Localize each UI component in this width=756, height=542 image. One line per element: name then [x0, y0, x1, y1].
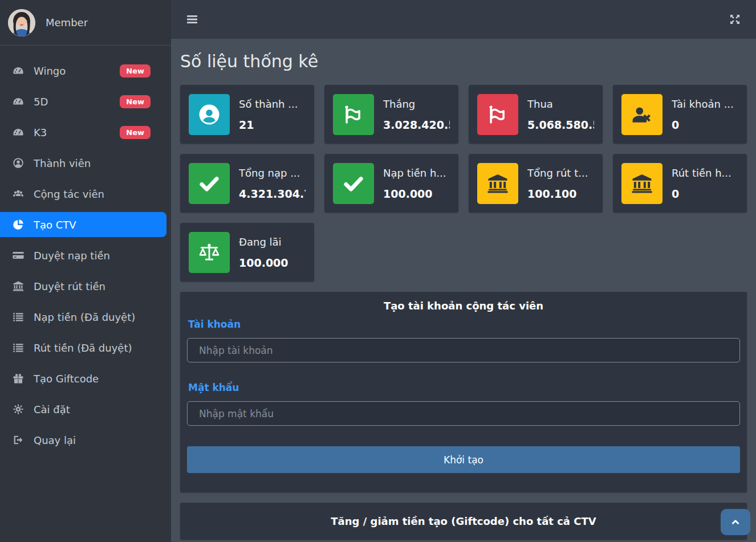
- stat-value: 21: [239, 119, 298, 131]
- sign-out-icon: [11, 433, 25, 447]
- check-icon: [189, 163, 230, 204]
- check-icon: [333, 163, 374, 204]
- gift-icon: [11, 372, 25, 385]
- flag-icon: [477, 94, 518, 135]
- stat-label: Nạp tiền h...: [383, 167, 446, 179]
- balance-scale-icon: [189, 232, 230, 273]
- stat-card-lose: Thua5.068.580.580: [469, 85, 603, 144]
- sidebar-item-label: Cộng tác viên: [34, 188, 104, 200]
- sidebar-item-label: Tạo CTV: [34, 219, 76, 231]
- sidebar-item-label: Duyệt rút tiền: [34, 280, 105, 292]
- woman-portrait-avatar: [8, 9, 35, 36]
- stat-label: Tổng nạp ...: [239, 167, 306, 179]
- create-ctv-title: Tạo tài khoản cộng tác viên: [187, 300, 740, 312]
- account-input[interactable]: [187, 338, 740, 362]
- sidebar-item-5d[interactable]: 5D New: [0, 89, 166, 114]
- user-x-icon: [621, 94, 662, 135]
- sidebar-nav: Wingo New 5D New K3 New Thành viên: [0, 46, 171, 458]
- pie-chart-icon: [11, 218, 25, 231]
- stat-card-withdraw-today: Rút tiền h...0: [613, 154, 747, 213]
- sidebar-item-nap-tien-da-duyet[interactable]: Nạp tiền (Đã duyệt): [0, 304, 166, 329]
- bank-icon: [477, 163, 518, 204]
- gauge-icon: [11, 95, 25, 108]
- stat-card-locked-accounts: Tài khoản ...0: [613, 85, 747, 144]
- sidebar-item-label: Quay lại: [34, 434, 76, 446]
- stat-value: 3.028.420.500: [383, 119, 450, 131]
- sidebar: Member Wingo New 5D New K3 New: [0, 0, 171, 542]
- sidebar-item-cai-dat[interactable]: Cài đặt: [0, 397, 166, 422]
- scroll-to-top-button[interactable]: [721, 509, 750, 535]
- sidebar-item-duyet-nap-tien[interactable]: Duyệt nạp tiền: [0, 243, 166, 268]
- sidebar-item-k3[interactable]: K3 New: [0, 120, 166, 145]
- users-icon: [11, 187, 25, 201]
- stat-card-members: Số thành ...21: [180, 85, 314, 144]
- sidebar-item-label: Duyệt nạp tiền: [34, 250, 110, 262]
- sidebar-item-label: Tạo Giftcode: [34, 373, 99, 385]
- stat-label: Thắng: [383, 98, 450, 110]
- topbar: [171, 0, 756, 39]
- bank-icon: [11, 279, 25, 293]
- stat-label: Thua: [527, 98, 594, 110]
- sidebar-item-label: K3: [34, 127, 47, 138]
- stat-label: Số thành ...: [239, 98, 298, 110]
- gear-icon: [11, 402, 25, 416]
- sidebar-item-label: Nạp tiền (Đã duyệt): [34, 311, 135, 323]
- chevron-up-icon: [729, 516, 742, 528]
- user-name: Member: [46, 17, 88, 28]
- hamburger-icon: [185, 13, 199, 26]
- expand-arrows-icon: [728, 13, 742, 26]
- account-label: Tài khoản: [188, 319, 740, 330]
- avatar[interactable]: [8, 9, 35, 36]
- password-field-group: Mật khẩu: [187, 382, 740, 426]
- stat-label: Tài khoản ...: [672, 98, 734, 110]
- credit-card-icon: [11, 248, 25, 262]
- stat-value: 4.321.304.702: [239, 188, 306, 200]
- user-circle-icon: [189, 94, 230, 135]
- new-badge: New: [120, 95, 151, 108]
- stat-value: 100.000: [383, 188, 446, 200]
- stat-label: Tổng rút t...: [527, 167, 588, 179]
- sidebar-item-quay-lai[interactable]: Quay lại: [0, 427, 166, 453]
- stat-label: Đang lãi: [239, 236, 288, 248]
- flag-icon: [333, 94, 374, 135]
- sidebar-item-label: Rút tiền (Đã duyệt): [34, 342, 132, 354]
- stat-value: 0: [672, 188, 731, 200]
- bank-icon: [621, 163, 662, 204]
- create-ctv-panel: Tạo tài khoản cộng tác viên Tài khoản Mậ…: [180, 292, 747, 492]
- stat-label: Rút tiền h...: [672, 167, 731, 179]
- password-input[interactable]: [187, 401, 740, 426]
- new-badge: New: [120, 64, 151, 78]
- password-label: Mật khẩu: [188, 382, 740, 393]
- sidebar-item-tao-ctv[interactable]: Tạo CTV: [0, 212, 166, 237]
- sidebar-toggle-button[interactable]: [185, 13, 199, 26]
- main-column: Số liệu thống kê Số thành ...21 Thắng3.0…: [171, 0, 756, 542]
- stat-card-win: Thắng3.028.420.500: [324, 85, 458, 144]
- sidebar-user-header: Member: [0, 0, 171, 46]
- new-badge: New: [120, 126, 151, 139]
- sidebar-item-label: Wingo: [34, 65, 66, 77]
- stat-value: 100.000: [239, 256, 288, 269]
- account-field-group: Tài khoản: [187, 319, 740, 362]
- stat-card-total-deposit: Tổng nạp ...4.321.304.702: [180, 154, 314, 213]
- sidebar-item-label: Thành viên: [34, 157, 91, 169]
- page-title: Số liệu thống kê: [180, 51, 747, 71]
- sidebar-item-wingo[interactable]: Wingo New: [0, 58, 166, 83]
- sidebar-item-duyet-rut-tien[interactable]: Duyệt rút tiền: [0, 274, 166, 299]
- sidebar-item-thanh-vien[interactable]: Thành viên: [0, 150, 166, 176]
- sidebar-item-label: 5D: [34, 96, 48, 108]
- list-icon: [11, 341, 25, 354]
- sidebar-item-rut-tien-da-duyet[interactable]: Rút tiền (Đã duyệt): [0, 335, 166, 360]
- gauge-icon: [11, 125, 25, 139]
- content-area: Số liệu thống kê Số thành ...21 Thắng3.0…: [171, 39, 756, 542]
- sidebar-item-tao-giftcode[interactable]: Tạo Giftcode: [0, 366, 166, 391]
- list-icon: [11, 310, 25, 324]
- sidebar-item-label: Cài đặt: [34, 404, 70, 415]
- create-button[interactable]: Khởi tạo: [187, 446, 740, 473]
- stat-value: 5.068.580.580: [527, 119, 594, 131]
- fullscreen-button[interactable]: [728, 13, 742, 26]
- stat-cards: Số thành ...21 Thắng3.028.420.500 Thua5.…: [180, 85, 747, 282]
- stat-card-deposit-today: Nạp tiền h...100.000: [324, 154, 458, 213]
- user-circle-icon: [11, 156, 25, 170]
- giftcode-panel-title: Tăng / giảm tiền tạo (Giftcode) cho tất …: [187, 515, 740, 527]
- sidebar-item-cong-tac-vien[interactable]: Cộng tác viên: [0, 181, 166, 206]
